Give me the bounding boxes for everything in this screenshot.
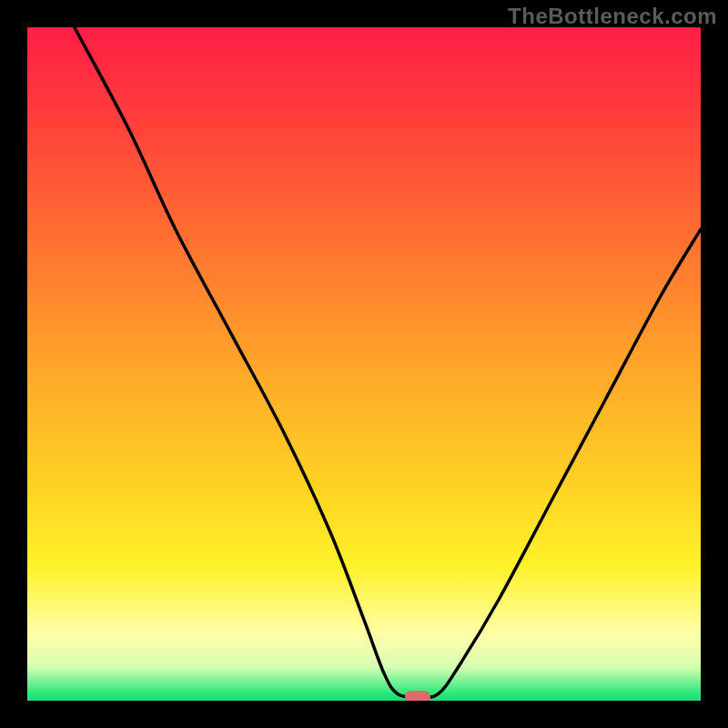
watermark-text: TheBottleneck.com [508, 4, 717, 29]
plot-area [27, 27, 701, 701]
chart-frame: TheBottleneck.com [0, 0, 728, 728]
optimal-marker [405, 691, 430, 701]
bottleneck-curve [27, 27, 701, 701]
